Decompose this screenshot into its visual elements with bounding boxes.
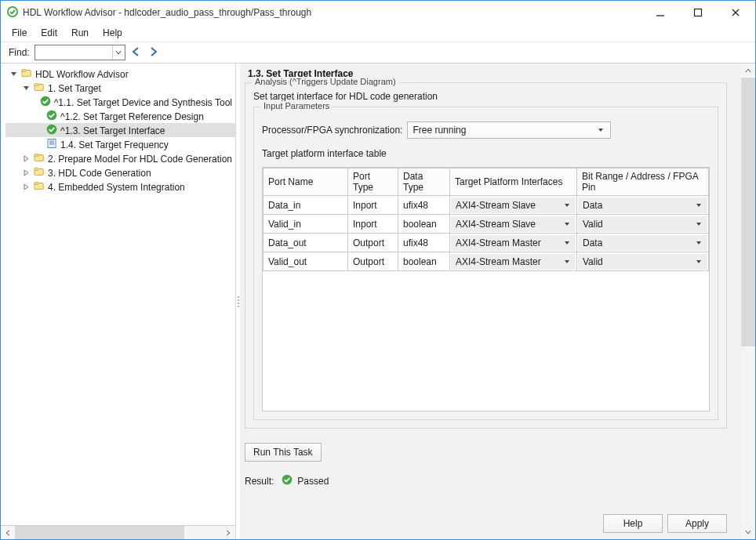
tree[interactable]: HDL Workflow Advisor 1. Set Target ^1.1.… xyxy=(1,63,235,525)
findbar: Find: xyxy=(1,42,755,63)
tree-root-label: HDL Workflow Advisor xyxy=(35,68,129,80)
expand-icon[interactable] xyxy=(21,154,31,163)
sync-label: Processor/FPGA synchronization: xyxy=(262,125,402,136)
advisor-folder-icon xyxy=(21,67,32,81)
svg-point-8 xyxy=(47,124,57,134)
cell-port-type: Outport xyxy=(348,234,398,252)
chevron-down-icon xyxy=(693,259,704,265)
tree-hdl-codegen[interactable]: 3. HDL Code Generation xyxy=(5,165,235,179)
run-this-task-button[interactable]: Run This Task xyxy=(245,443,322,462)
svg-rect-5 xyxy=(35,83,38,85)
cell-data-type: boolean xyxy=(398,252,450,271)
cell-bitrange-dropdown[interactable]: Data xyxy=(578,198,707,213)
chevron-down-icon xyxy=(562,202,572,208)
sync-dropdown-value: Free running xyxy=(413,125,594,136)
tree-set-target-interface[interactable]: ^1.3. Set Target Interface xyxy=(5,123,235,137)
col-port-name: Port Name xyxy=(264,169,348,196)
chevron-down-icon xyxy=(594,127,607,133)
table-row: Valid_inInportbooleanAXI4-Stream SlaveVa… xyxy=(264,215,709,234)
folder-icon xyxy=(34,82,45,95)
close-button[interactable] xyxy=(722,4,749,21)
window-title: HDL Workflow Advisor - hdlcoder_audio_pa… xyxy=(23,7,311,18)
tree-prepare-model[interactable]: 2. Prepare Model For HDL Code Generation xyxy=(5,151,235,165)
tree-set-target-interface-label: ^1.3. Set Target Interface xyxy=(60,125,165,136)
scroll-right-icon[interactable] xyxy=(221,526,235,539)
svg-rect-9 xyxy=(48,139,56,147)
cell-interface-dropdown[interactable]: AXI4-Stream Master xyxy=(451,254,576,270)
table-row: Valid_outOutportbooleanAXI4-Stream Maste… xyxy=(264,252,709,271)
folder-icon xyxy=(34,166,45,179)
analysis-fieldset: Analysis (^Triggers Update Diagram) Set … xyxy=(245,82,727,429)
scroll-left-icon[interactable] xyxy=(1,526,15,539)
tree-horizontal-scrollbar[interactable] xyxy=(1,525,235,539)
tree-prepare-model-label: 2. Prepare Model For HDL Code Generation xyxy=(48,153,232,165)
cell-interface-dropdown[interactable]: AXI4-Stream Slave xyxy=(451,198,576,213)
tree-set-target-device-label: ^1.1. Set Target Device and Synthesis To… xyxy=(54,96,232,108)
cell-bitrange-dropdown[interactable]: Valid xyxy=(578,216,707,232)
svg-rect-3 xyxy=(22,69,26,71)
minimize-button[interactable] xyxy=(647,4,674,21)
collapse-icon[interactable] xyxy=(9,69,18,78)
menubar: File Edit Run Help xyxy=(1,24,755,42)
cell-port-type: Inport xyxy=(348,215,398,234)
tree-set-target-device[interactable]: ^1.1. Set Target Device and Synthesis To… xyxy=(5,95,235,109)
input-parameters-legend: Input Parameters xyxy=(260,101,333,111)
cell-port-name: Valid_in xyxy=(264,215,348,234)
expand-icon[interactable] xyxy=(21,182,31,191)
tree-root[interactable]: HDL Workflow Advisor xyxy=(5,67,235,81)
table-header-row: Port Name Port Type Data Type Target Pla… xyxy=(264,169,709,196)
table-row: Data_outOutportufix48AXI4-Stream MasterD… xyxy=(264,234,709,252)
menu-help[interactable]: Help xyxy=(103,27,122,38)
hdl-workflow-advisor-window: HDL Workflow Advisor - hdlcoder_audio_pa… xyxy=(0,0,756,540)
cell-data-type: boolean xyxy=(398,215,450,234)
menu-run[interactable]: Run xyxy=(71,27,89,38)
menu-edit[interactable]: Edit xyxy=(41,27,57,38)
find-prev-button[interactable] xyxy=(130,45,143,60)
tree-embedded-integration-label: 4. Embedded System Integration xyxy=(48,181,185,193)
cell-port-type: Inport xyxy=(348,196,398,215)
find-next-button[interactable] xyxy=(147,45,160,60)
col-bit-range: Bit Range / Address / FPGA Pin xyxy=(577,169,709,196)
tree-set-target[interactable]: 1. Set Target xyxy=(5,81,235,95)
scroll-down-icon[interactable] xyxy=(741,525,755,539)
sync-dropdown[interactable]: Free running xyxy=(407,121,611,139)
cell-bitrange-dropdown[interactable]: Valid xyxy=(578,254,707,270)
collapse-icon[interactable] xyxy=(21,83,31,92)
find-input[interactable] xyxy=(35,45,125,60)
scroll-thumb[interactable] xyxy=(741,78,755,346)
chevron-down-icon xyxy=(693,221,704,227)
cell-bitrange-dropdown[interactable]: Data xyxy=(578,235,707,251)
result-line: Result: Passed xyxy=(245,474,727,487)
cell-interface-dropdown[interactable]: AXI4-Stream Slave xyxy=(451,216,576,232)
apply-button[interactable]: Apply xyxy=(667,514,727,533)
maximize-button[interactable] xyxy=(685,4,711,21)
chevron-down-icon xyxy=(693,202,704,208)
menu-file[interactable]: File xyxy=(12,27,27,38)
tree-set-target-refdesign-label: ^1.2. Set Target Reference Design xyxy=(60,111,204,122)
col-port-type: Port Type xyxy=(348,169,398,196)
cell-interface-dropdown[interactable]: AXI4-Stream Master xyxy=(451,235,576,251)
check-pass-icon xyxy=(282,474,293,487)
interface-table: Port Name Port Type Data Type Target Pla… xyxy=(262,167,710,411)
result-value: Passed xyxy=(297,476,329,487)
tree-hdl-codegen-label: 3. HDL Code Generation xyxy=(48,167,151,179)
tree-embedded-integration[interactable]: 4. Embedded System Integration xyxy=(5,179,235,194)
scroll-thumb[interactable] xyxy=(15,526,184,539)
right-vertical-scrollbar[interactable] xyxy=(741,63,755,539)
help-button[interactable]: Help xyxy=(603,514,663,533)
tree-set-target-refdesign[interactable]: ^1.2. Set Target Reference Design xyxy=(5,109,235,123)
svg-rect-11 xyxy=(35,154,38,156)
check-pass-icon xyxy=(46,124,57,137)
expand-icon[interactable] xyxy=(21,168,31,177)
app-check-icon xyxy=(7,6,18,20)
scroll-up-icon[interactable] xyxy=(741,63,755,78)
svg-rect-15 xyxy=(35,182,38,184)
find-dropdown-icon[interactable] xyxy=(112,45,125,60)
tree-set-target-frequency-label: 1.4. Set Target Frequency xyxy=(60,139,169,150)
chevron-down-icon xyxy=(562,240,572,246)
chevron-down-icon xyxy=(693,240,704,246)
tree-set-target-frequency[interactable]: 1.4. Set Target Frequency xyxy=(5,137,235,151)
svg-point-6 xyxy=(40,96,50,106)
interface-table-label: Target platform interface table xyxy=(262,139,710,164)
tree-pane: HDL Workflow Advisor 1. Set Target ^1.1.… xyxy=(1,63,236,539)
